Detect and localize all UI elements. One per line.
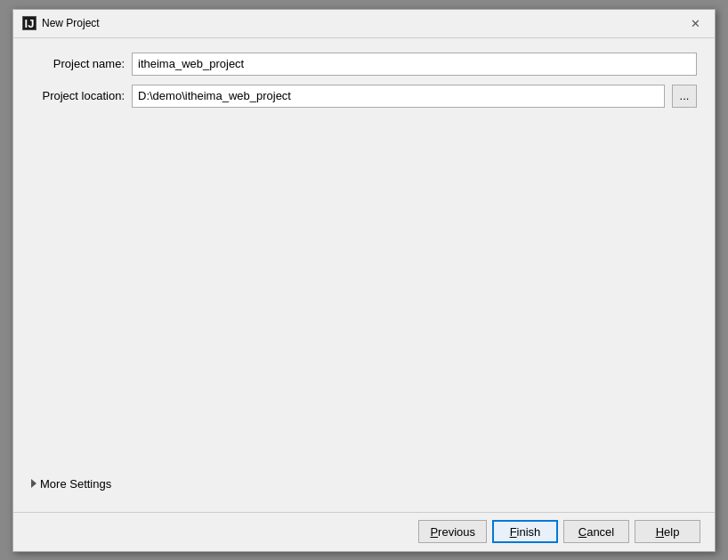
project-name-label: Project name:	[31, 57, 125, 70]
help-button[interactable]: Help	[635, 520, 700, 543]
project-name-input[interactable]	[132, 53, 697, 76]
project-location-input[interactable]	[132, 85, 665, 108]
project-location-row: Project location: ...	[31, 85, 697, 108]
body-spacer	[31, 117, 697, 461]
more-settings-label: More Settings	[40, 477, 111, 491]
title-bar: IJ New Project ✕	[13, 10, 715, 38]
more-settings-toggle[interactable]: More Settings	[31, 470, 697, 498]
project-location-label: Project location:	[31, 89, 125, 102]
previous-underline: P	[430, 525, 438, 539]
cancel-button[interactable]: Cancel	[563, 520, 629, 543]
new-project-dialog: IJ New Project ✕ Project name: Project l…	[12, 9, 716, 552]
more-settings-triangle-icon	[31, 479, 36, 488]
previous-label: Previous	[430, 525, 475, 539]
browse-button[interactable]: ...	[672, 85, 697, 108]
dialog-body: Project name: Project location: ... More…	[13, 38, 715, 512]
help-underline: H	[656, 525, 664, 539]
title-bar-left: IJ New Project	[22, 16, 100, 30]
browse-icon: ...	[680, 89, 690, 102]
cancel-underline: C	[578, 525, 586, 539]
finish-button[interactable]: Finish	[492, 520, 558, 543]
close-button[interactable]: ✕	[684, 14, 706, 32]
project-name-row: Project name:	[31, 53, 697, 76]
finish-underline: F	[510, 525, 517, 539]
dialog-footer: Previous Finish Cancel Help	[13, 512, 715, 551]
dialog-title: New Project	[42, 17, 100, 29]
previous-button[interactable]: Previous	[418, 520, 487, 543]
finish-label: Finish	[510, 525, 541, 539]
close-icon: ✕	[691, 17, 700, 30]
help-label: Help	[656, 525, 680, 539]
app-icon: IJ	[22, 16, 36, 30]
cancel-label: Cancel	[578, 525, 614, 539]
